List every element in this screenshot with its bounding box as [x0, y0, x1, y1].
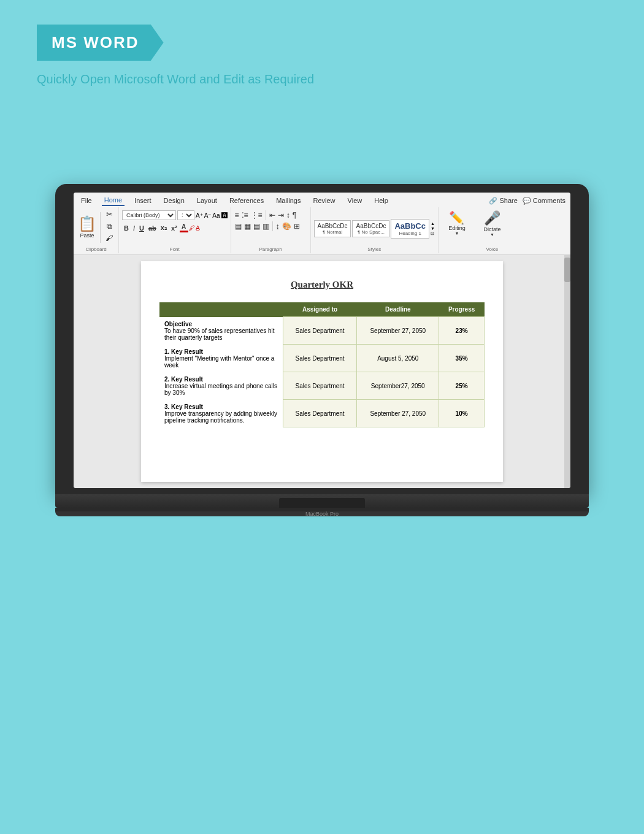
menu-home[interactable]: Home — [102, 195, 125, 206]
shading-button[interactable]: 🎨 — [282, 221, 292, 231]
row4-desc: Improve transparency by adding biweekly … — [164, 410, 277, 424]
styles-group: AaBbCcDc ¶ Normal AaBbCcDc ¶ No Spac... … — [311, 207, 439, 253]
font-color-bar — [180, 231, 188, 232]
para-sep2 — [272, 221, 273, 231]
font-color-button[interactable]: A — [180, 223, 188, 232]
cut-button[interactable]: ✂ — [103, 209, 115, 220]
decrease-font-button[interactable]: A⁻ — [204, 212, 212, 219]
row4-progress: 10% — [439, 400, 485, 427]
align-center-button[interactable]: ▦ — [243, 221, 251, 231]
font-size-select[interactable]: 11 — [177, 210, 194, 220]
dictate-dropdown-arrow: ▼ — [490, 232, 494, 237]
font-color-a-icon: A — [182, 223, 186, 230]
font-group-label: Font — [119, 247, 231, 252]
style-heading1-button[interactable]: AaBbCc Heading 1 — [391, 219, 429, 239]
row1-assigned: Sales Department — [283, 317, 357, 345]
clipboard-group-label: Clipboard — [74, 247, 118, 252]
font-group-body: Calibri (Body) 11 A⁺ A⁻ Aa 🅰 B — [122, 209, 228, 240]
font-name-row: Calibri (Body) 11 A⁺ A⁻ Aa 🅰 — [122, 210, 228, 220]
italic-button[interactable]: I — [131, 224, 137, 232]
sort-button[interactable]: ↕ — [286, 210, 291, 220]
increase-indent-button[interactable]: ⇥ — [277, 210, 285, 220]
menu-help[interactable]: Help — [372, 196, 391, 205]
increase-font-button[interactable]: A⁺ — [196, 212, 203, 219]
voice-group-label: Voice — [475, 247, 509, 252]
separator — [100, 212, 101, 243]
numbering-button[interactable]: ⁚≡ — [241, 210, 249, 220]
bold-button[interactable]: B — [122, 224, 131, 232]
font-group: Calibri (Body) 11 A⁺ A⁻ Aa 🅰 B — [119, 207, 231, 253]
table-header-row: Assigned to Deadline Progress — [159, 302, 485, 317]
scrollbar-thumb[interactable] — [564, 258, 570, 282]
banner-box: MS WORD — [37, 25, 164, 61]
menu-references[interactable]: References — [227, 196, 266, 205]
page-subtitle: Quickly Open Microsoft Word and Edit as … — [37, 72, 314, 86]
align-right-button[interactable]: ▤ — [253, 221, 261, 231]
superscript-button[interactable]: x² — [169, 224, 179, 232]
strikethrough-button[interactable]: ab — [147, 224, 158, 232]
format-painter-button[interactable]: 🖌 — [103, 233, 115, 243]
row2-assigned: Sales Department — [283, 345, 357, 372]
font-name-select[interactable]: Calibri (Body) — [122, 210, 176, 220]
style-heading1-preview: AaBbCc — [394, 221, 426, 231]
paragraph-group-body: ≡ ⁚≡ ⋮≡ ⇤ ⇥ ↕ ¶ ▤ ▦ ▤ — [234, 209, 307, 239]
clipboard-sub-buttons: ✂ ⧉ 🖌 — [103, 209, 115, 245]
justify-button[interactable]: ▥ — [262, 221, 270, 231]
style-normal-preview: AaBbCcDc — [318, 223, 348, 229]
menu-view[interactable]: View — [345, 196, 365, 205]
subscript-button[interactable]: x₂ — [159, 223, 169, 232]
scrollbar[interactable] — [564, 255, 570, 488]
borders-button[interactable]: ⊞ — [293, 221, 301, 231]
menu-review[interactable]: Review — [311, 196, 338, 205]
change-case-button[interactable]: Aa — [212, 212, 220, 219]
row3-label: 2. Key Result — [164, 376, 203, 383]
row3-deadline: September27, 2050 — [357, 372, 439, 400]
decrease-indent-button[interactable]: ⇤ — [269, 210, 276, 220]
show-marks-button[interactable]: ¶ — [292, 210, 297, 220]
ribbon-toolbar: 📋 Paste ✂ ⧉ 🖌 Clipboard — [74, 206, 570, 255]
menu-insert[interactable]: Insert — [132, 196, 154, 205]
row1-desc: To have 90% of sales representatives hit… — [164, 327, 275, 341]
style-nospace-button[interactable]: AaBbCcDc ¶ No Spac... — [352, 220, 389, 237]
editing-group: ✏️ Editing ▼ — [439, 207, 475, 253]
align-left-button[interactable]: ▤ — [234, 221, 242, 231]
row3-assigned: Sales Department — [283, 372, 357, 400]
paragraph-top-row: ≡ ⁚≡ ⋮≡ ⇤ ⇥ ↕ ¶ — [234, 210, 307, 220]
document-page[interactable]: Quarterly OKR Assigned to Deadline Progr… — [141, 261, 503, 482]
styles-arrows[interactable]: ▲ ▼ ⊡ — [431, 221, 435, 236]
editing-label: Editing — [448, 225, 466, 231]
bullets-button[interactable]: ≡ — [234, 210, 240, 220]
style-up-arrow: ▲ — [431, 221, 435, 226]
table-header-deadline: Deadline — [357, 302, 439, 317]
word-app: File Home Insert Design Layout Reference… — [74, 193, 570, 488]
clear-formatting-button[interactable]: 🅰 — [221, 212, 228, 219]
menu-file[interactable]: File — [79, 196, 94, 205]
style-nospace-label: ¶ No Spac... — [356, 229, 386, 235]
copy-button[interactable]: ⧉ — [103, 221, 115, 231]
menu-layout[interactable]: Layout — [194, 196, 220, 205]
share-button[interactable]: 🔗 Share — [489, 197, 517, 205]
comments-button[interactable]: 💬 Comments — [523, 197, 565, 205]
row4-assigned: Sales Department — [283, 400, 357, 427]
laptop-screen: File Home Insert Design Layout Reference… — [55, 184, 589, 494]
editing-button[interactable]: ✏️ Editing ▼ — [442, 209, 472, 244]
clipboard-group: 📋 Paste ✂ ⧉ 🖌 Clipboard — [74, 207, 119, 253]
row4-label: 3. Key Result — [164, 404, 203, 410]
highlight-color-button[interactable]: 🖊 — [189, 224, 195, 231]
underline-button[interactable]: U — [137, 224, 146, 232]
row3-label-cell: 2. Key Result Increase virtual meetings … — [159, 372, 283, 400]
laptop-base — [55, 494, 589, 508]
line-spacing-button[interactable]: ↨ — [275, 221, 280, 231]
multilevel-button[interactable]: ⋮≡ — [250, 210, 263, 220]
menu-design[interactable]: Design — [161, 196, 187, 205]
styles-group-label: Styles — [311, 247, 438, 252]
menu-mailings[interactable]: Mailings — [274, 196, 303, 205]
para-sep1 — [266, 210, 266, 220]
editing-icon: ✏️ — [449, 210, 464, 225]
banner: MS WORD — [37, 25, 164, 61]
text-highlight-button[interactable]: A̲ — [196, 224, 200, 231]
style-normal-button[interactable]: AaBbCcDc ¶ Normal — [314, 220, 351, 237]
table-row: 2. Key Result Increase virtual meetings … — [159, 372, 485, 400]
dictate-button[interactable]: 🎤 Dictate ▼ — [478, 209, 506, 245]
paste-button[interactable]: 📋 Paste — [77, 215, 98, 239]
